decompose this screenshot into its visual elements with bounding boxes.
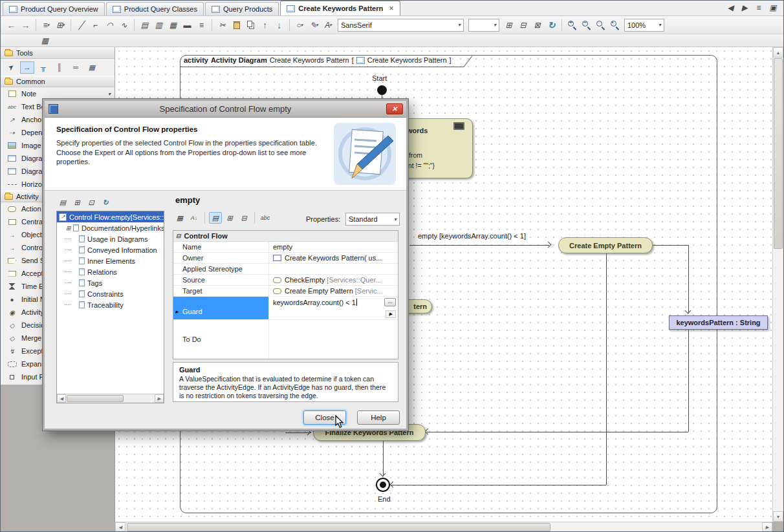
zoom-fit-button[interactable] — [594, 18, 607, 32]
font-color-button[interactable]: A▾ — [321, 18, 335, 32]
view-tree-button[interactable]: ⊞ — [71, 197, 83, 208]
nav-back-button[interactable]: ← — [5, 18, 18, 32]
containment-tool-button[interactable]: ╥ — [36, 61, 50, 74]
tab-close-icon[interactable]: ✕ — [389, 5, 394, 12]
categorized-view-button[interactable]: ▦ — [173, 212, 186, 224]
property-value[interactable]: Create Keywords Pattern( us... — [268, 253, 398, 263]
horizontal-scroll-thumb[interactable] — [127, 523, 550, 531]
property-row-applied-stereotype[interactable]: Applied Stereotype — [173, 264, 398, 275]
tree-node-conveyed-information[interactable]: Conveyed Information — [57, 244, 164, 255]
horizontal-scrollbar[interactable]: ◀ ▶ — [115, 522, 772, 532]
show-description-button[interactable]: ▤ — [209, 212, 222, 224]
edge-guard-label[interactable]: empty [keywordsArray.count() < 1] — [418, 232, 526, 240]
swimlane-grid-button[interactable]: ▦ — [38, 34, 52, 47]
keywords-pattern-object-node[interactable]: keywordsPattern : String — [669, 315, 768, 330]
property-row-target[interactable]: Target Create Empty Pattern[Servic... — [173, 286, 398, 297]
distribute-shapes-button[interactable]: ▥ — [152, 18, 166, 32]
guard-more-button[interactable]: ... — [384, 298, 396, 306]
show-containment-button[interactable]: ≡▾ — [39, 18, 53, 32]
layout-diagram-button[interactable]: ≡ — [195, 18, 208, 32]
move-down-button[interactable]: ↓ — [272, 18, 286, 32]
guard-expand-button[interactable]: ▶ — [386, 310, 396, 318]
cut-button[interactable]: ✂ — [215, 18, 229, 32]
control-flow-tool-button[interactable]: → — [20, 61, 34, 74]
layout-grid-button[interactable]: ▦ — [166, 18, 180, 32]
tab-create-keywords-pattern[interactable]: Create Keywords Pattern ✕ — [280, 1, 400, 16]
tree-node-inner-elements[interactable]: Inner Elements — [57, 255, 164, 266]
copy-button[interactable] — [244, 18, 257, 32]
scroll-left-button[interactable]: ◀ — [57, 394, 66, 403]
control-flow-edge[interactable] — [606, 253, 607, 485]
control-flow-edge[interactable] — [391, 485, 606, 485]
palette-item-note[interactable]: Note ▾ — [1, 87, 114, 100]
refresh-tree-button[interactable]: ↻ — [99, 197, 112, 208]
caret-down-icon[interactable]: ▾ — [108, 91, 111, 97]
scroll-right-button[interactable]: ▶ — [155, 394, 164, 403]
dialog-close-button[interactable]: ✕ — [386, 103, 403, 114]
spell-check-button[interactable]: abc — [259, 212, 272, 224]
font-size-select[interactable]: ▾ — [468, 19, 499, 32]
path-oblique-button[interactable]: ╱ — [74, 18, 88, 32]
scroll-down-button[interactable]: ▼ — [773, 511, 783, 522]
tree-horizontal-scrollbar[interactable]: ◀ ▶ — [57, 394, 164, 403]
tree-node-usage-in-diagrams[interactable]: Usage in Diagrams — [57, 233, 164, 244]
pen-color-button[interactable]: ✎▾ — [307, 18, 321, 32]
make-same-size-button[interactable]: ▬ — [180, 18, 194, 32]
common-section-header[interactable]: Common — [1, 76, 114, 87]
scroll-right-button[interactable]: ▶ — [762, 522, 772, 532]
collapse-shape-button[interactable]: ⊠ — [530, 18, 544, 32]
horizontal-swimlane-tool-button[interactable]: ═ — [69, 61, 83, 74]
path-rectilinear-button[interactable]: ⌐ — [89, 18, 102, 32]
expander-icon[interactable]: ⊞ — [66, 225, 73, 231]
collapse-group-icon[interactable]: ⊟ — [176, 233, 181, 239]
scroll-left-button[interactable]: ◀ — [115, 522, 125, 532]
move-up-button[interactable]: ↑ — [258, 18, 272, 32]
property-group-header[interactable]: ⊟ Control Flow — [173, 231, 398, 242]
tree-node-traceability[interactable]: Traceability — [57, 299, 164, 310]
property-row-guard[interactable]: ▸ Guard keywordsArray.count() < 1 ... ▶ — [173, 297, 398, 320]
tools-section-header[interactable]: Tools — [1, 47, 114, 59]
tree-node-relations[interactable]: Relations — [57, 266, 164, 277]
vertical-swimlane-tool-button[interactable]: ║ — [52, 61, 67, 74]
tree-node-constraints[interactable]: Constraints — [57, 288, 164, 299]
property-value[interactable] — [268, 320, 398, 359]
vertical-scroll-thumb[interactable] — [774, 58, 783, 249]
property-value[interactable]: Create Empty Pattern[Servic... — [268, 286, 398, 296]
frame-header[interactable]: activity Activity Diagram Create Keyword… — [184, 56, 452, 64]
matrix-tool-button[interactable]: ▦ — [85, 61, 99, 74]
add-related-elements-button[interactable]: ⊞▾ — [54, 18, 67, 32]
nav-forward-button[interactable]: → — [19, 18, 32, 32]
tree-node-tags[interactable]: Tags — [57, 277, 164, 288]
tree-node-documentation[interactable]: ⊞Documentation/Hyperlinks — [57, 222, 164, 233]
maximize-button[interactable]: ▣ — [768, 3, 778, 13]
paste-button[interactable] — [230, 18, 243, 32]
sort-alphabetically-button[interactable]: A↓ — [188, 212, 201, 224]
property-value[interactable]: empty — [268, 242, 398, 252]
control-flow-edge[interactable] — [409, 245, 549, 246]
property-row-source[interactable]: Source CheckEmpty[Services::Quer... — [173, 275, 398, 286]
scroll-up-button[interactable]: ▲ — [773, 47, 783, 58]
tree-node-control-flow-empty[interactable]: ↗ Control Flow:empty[Services:: — [57, 211, 164, 222]
tree-scroll-thumb[interactable] — [67, 395, 124, 402]
specification-tree[interactable]: ↗ Control Flow:empty[Services:: ⊞Documen… — [56, 211, 164, 403]
property-value[interactable] — [268, 264, 398, 274]
refresh-button[interactable]: ↻ — [545, 18, 558, 32]
property-value[interactable]: CheckEmpty[Services::Quer... — [268, 275, 398, 285]
object-flow-edge[interactable] — [688, 330, 689, 432]
fill-color-button[interactable]: ○▾ — [293, 18, 307, 32]
clone-view-button[interactable]: ⊡ — [85, 197, 98, 208]
tab-product-query-overview[interactable]: Product Query Overview — [3, 2, 105, 16]
dialog-title-bar[interactable]: Specification of Control Flow empty ✕ — [45, 101, 406, 118]
guard-value-editor[interactable]: keywordsArray.count() < 1 ... ▶ — [268, 297, 398, 319]
properties-mode-select[interactable]: Standard ▾ — [345, 213, 400, 226]
property-row-to-do[interactable]: To Do — [173, 320, 398, 359]
path-curved-button[interactable]: ◠ — [103, 18, 116, 32]
insert-shape-button[interactable]: ⊞ — [502, 18, 516, 32]
object-flow-edge[interactable] — [427, 432, 688, 432]
zoom-in-button[interactable]: + — [565, 18, 579, 32]
collapse-all-button[interactable]: ⊟ — [237, 212, 250, 224]
font-family-select[interactable]: SansSerif ▾ — [338, 19, 464, 32]
help-button[interactable]: Help — [357, 410, 400, 425]
tab-product-query-classes[interactable]: Product Query Classes — [106, 2, 204, 16]
zoom-out-button[interactable]: − — [580, 18, 593, 32]
